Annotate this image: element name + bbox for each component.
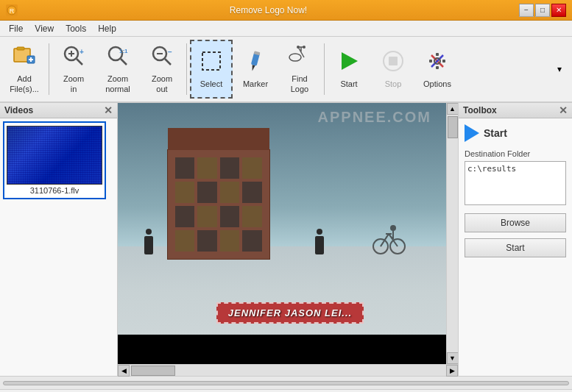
start-icon [337,49,361,76]
svg-text:R: R [10,7,15,15]
sep-1 [49,43,49,95]
add-files-label: AddFile(s)... [10,74,39,93]
toolbox-close[interactable]: ✕ [559,104,568,116]
video-background: JENNIFER JASON LEI... APPNEE.COM [118,103,446,364]
svg-line-17 [165,59,171,65]
app-icon: R [6,4,18,16]
minimize-button[interactable]: − [519,4,534,17]
bicycle [370,221,406,260]
start-button[interactable]: Start [465,238,566,257]
main-area: Videos ✕ 3110766-1.flv [0,103,572,376]
vertical-scrollbar: ▲ ▼ [446,103,458,364]
center-content: JENNIFER JASON LEI... APPNEE.COM ▲ ▼ ◀ [118,103,458,376]
center-wrapper: JENNIFER JASON LEI... APPNEE.COM ▲ ▼ ◀ [118,103,458,376]
svg-point-23 [289,54,301,61]
toolbox-start-button[interactable]: Start [465,124,566,142]
svg-line-10 [77,59,82,65]
scroll-down-arrow[interactable]: ▼ [447,352,459,364]
toolbox-title: Toolbox [463,105,497,115]
figure-2 [315,229,324,254]
zoom-in-icon: + [62,44,85,71]
zoom-out-button[interactable]: − Zoomout [141,40,183,99]
letterbox-bottom [118,335,446,364]
add-files-button[interactable]: AddFile(s)... [3,40,46,99]
building [167,149,270,260]
zoom-out-label: Zoomout [152,74,172,93]
video-with-scroll: JENNIFER JASON LEI... APPNEE.COM ▲ ▼ [118,103,458,364]
video-thumbnail [7,126,102,185]
find-logo-label: FindLogo [291,74,308,93]
marker-button[interactable]: Marker [234,40,277,99]
svg-rect-19 [202,52,220,70]
start-label: Start [340,79,357,89]
svg-rect-37 [442,60,445,63]
play-triangle-icon [465,124,479,142]
close-button[interactable]: ✕ [551,4,566,17]
scroll-thumb-h[interactable] [131,366,175,376]
window-title: Remove Logo Now! [18,5,519,15]
videos-panel: Videos ✕ 3110766-1.flv [0,103,118,376]
menu-view[interactable]: View [29,22,60,35]
options-label: Options [423,79,451,89]
dest-folder-input[interactable] [465,161,566,205]
figure-1 [144,229,153,254]
toolbox-panel: Toolbox ✕ Start Destination Folder Brows… [458,103,572,376]
svg-marker-30 [342,52,358,70]
zoom-normal-icon: 1:1 [106,44,130,71]
sep-2 [186,43,187,95]
scroll-up-arrow[interactable]: ▲ [447,103,459,115]
progress-slider[interactable] [3,381,569,385]
stop-label: Stop [385,79,402,89]
window-controls: − □ ✕ [519,4,566,17]
scene [118,103,446,364]
svg-rect-36 [429,60,432,63]
menu-bar: File View Tools Help [0,21,572,37]
svg-line-13 [121,59,127,65]
find-logo-icon [288,44,311,71]
marker-icon [244,49,267,76]
browse-button[interactable]: Browse [465,213,566,232]
svg-rect-38 [436,53,439,56]
toolbar: AddFile(s)... + Zoomin 1:1 Zoomnormal [0,37,572,103]
scroll-thumb-v[interactable] [448,116,458,138]
dest-folder-label: Destination Folder [465,149,566,158]
maximize-button[interactable]: □ [535,4,550,17]
building-windows [175,157,262,252]
zoom-in-label: Zoomin [63,74,84,93]
toolbox-start-label: Start [484,127,507,139]
horizontal-scrollbar: ◀ ▶ [118,364,458,376]
svg-rect-39 [436,66,439,69]
stop-toolbar-button[interactable]: Stop [372,40,414,99]
toolbox-header: Toolbox ✕ [459,103,572,118]
videos-panel-header: Videos ✕ [0,103,117,118]
menu-tools[interactable]: Tools [60,22,92,35]
zoom-in-button[interactable]: + Zoomin [52,40,95,99]
title-bar: R Remove Logo Now! − □ ✕ [0,0,572,21]
scroll-right-arrow[interactable]: ▶ [446,365,458,377]
stop-icon [381,49,405,76]
add-files-icon [13,44,36,71]
sep-3 [324,43,325,95]
scroll-left-arrow[interactable]: ◀ [118,365,130,377]
marker-label: Marker [243,79,268,89]
svg-text:1:1: 1:1 [119,48,128,54]
toolbar-end: ▾ [557,64,569,74]
start-toolbar-button[interactable]: Start [328,40,370,99]
options-icon [426,49,449,76]
svg-text:+: + [80,48,84,56]
select-icon [200,49,223,76]
videos-panel-close[interactable]: ✕ [104,104,113,116]
select-button[interactable]: Select [190,40,233,99]
find-logo-button[interactable]: FindLogo [278,40,321,99]
select-label: Select [200,79,223,89]
svg-rect-32 [389,57,398,65]
menu-help[interactable]: Help [92,22,122,35]
zoom-normal-button[interactable]: 1:1 Zoomnormal [96,40,139,99]
logo-overlay: JENNIFER JASON LEI... [216,302,364,324]
options-button[interactable]: Options [416,40,459,99]
video-item[interactable]: 3110766-1.flv [3,121,106,199]
videos-title: Videos [4,105,33,115]
menu-file[interactable]: File [3,22,29,35]
svg-marker-21 [251,65,255,71]
zoom-out-icon: − [150,44,174,71]
